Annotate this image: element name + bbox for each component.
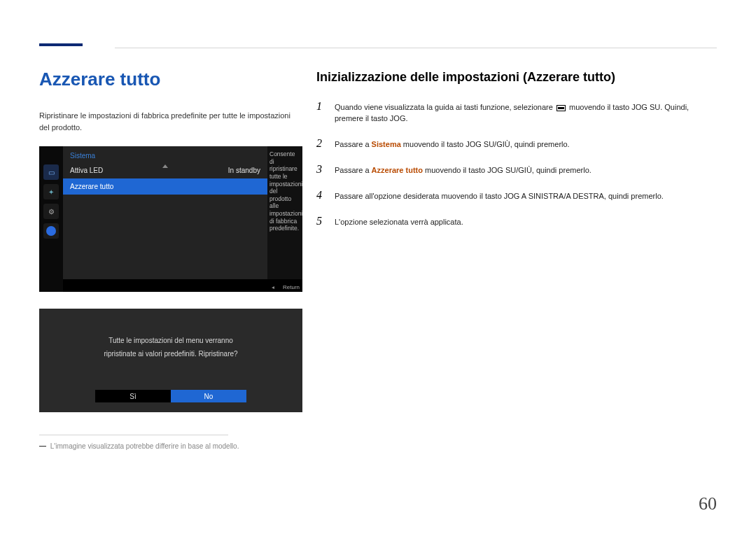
step-number: 5 (316, 215, 325, 227)
left-column: Azzerare tutto Ripristinare le impostazi… (39, 69, 302, 450)
osd-hint-panel: Consente di ripristinare tutte le impost… (267, 146, 302, 279)
step-text: Passare all'opzione desiderata muovendo … (335, 191, 664, 202)
footnote-rule (39, 435, 228, 435)
page-number: 60 (699, 493, 717, 514)
osd-row-value: In standby (228, 167, 260, 174)
dialog-yes-button: Sì (95, 390, 171, 402)
step-text: Passare a Sistema muovendo il tasto JOG … (335, 139, 570, 150)
osd-row-azzerare-tutto: Azzerare tutto (63, 178, 267, 195)
header-accent-bar (39, 43, 83, 46)
footnote: ― L'immagine visualizzata potrebbe diffe… (39, 442, 302, 450)
section-title: Inizializzazione delle impostazioni (Azz… (316, 70, 717, 85)
dialog-message: Tutte le impostazioni del menu verranno … (39, 334, 302, 360)
step-text: Passare a Azzerare tutto muovendo il tas… (335, 165, 592, 176)
intro-text: Ripristinare le impostazioni di fabbrica… (39, 110, 302, 134)
dialog-buttons: Sì No (39, 390, 302, 402)
step-pre: Quando viene visualizzata la guida ai ta… (335, 103, 555, 111)
header-rule (115, 48, 717, 48)
step-em: Azzerare tutto (372, 166, 423, 174)
step-number: 4 (316, 189, 325, 202)
step-text: L'opzione selezionata verrà applicata. (335, 217, 463, 228)
step-post: muovendo il tasto JOG SU/GIÙ, quindi pre… (401, 140, 570, 148)
step-5: 5 L'opzione selezionata verrà applicata. (316, 215, 717, 228)
osd-return-label: Return (272, 284, 300, 290)
osd-row-label: Azzerare tutto (70, 183, 113, 190)
picture-icon: ✦ (43, 184, 59, 199)
step-number: 1 (316, 100, 325, 113)
footnote-text: L'immagine visualizzata potrebbe differi… (50, 442, 239, 450)
confirm-dialog-illustration: Tutte le impostazioni del menu verranno … (39, 309, 302, 412)
right-column: Inizializzazione delle impostazioni (Azz… (316, 70, 717, 241)
osd-row-label: Attiva LED (70, 167, 103, 174)
step-2: 2 Passare a Sistema muovendo il tasto JO… (316, 137, 717, 150)
dialog-line1: Tutte le impostazioni del menu verranno (108, 337, 233, 344)
step-pre: Passare a (335, 166, 372, 174)
info-icon (43, 223, 59, 239)
step-number: 3 (316, 163, 325, 176)
menu-icon (556, 105, 566, 111)
step-4: 4 Passare all'opzione desiderata muovend… (316, 189, 717, 202)
dialog-line2: ripristinate ai valori predefiniti. Ripr… (104, 350, 237, 358)
gear-icon: ⚙ (43, 204, 59, 219)
dialog-no-button: No (171, 390, 246, 402)
dash-icon: ― (39, 442, 46, 450)
step-post: muovendo il tasto JOG SU/GIÙ, quindi pre… (423, 166, 592, 174)
osd-body: Sistema Attiva LED In standby Azzerare t… (63, 146, 267, 279)
monitor-icon: ▭ (43, 164, 59, 180)
step-text: Quando viene visualizzata la guida ai ta… (335, 102, 717, 125)
chevron-up-icon (162, 164, 168, 168)
step-em: Sistema (372, 140, 401, 148)
osd-sidebar: ▭ ✦ ⚙ (39, 146, 63, 292)
step-1: 1 Quando viene visualizzata la guida ai … (316, 100, 717, 125)
osd-menu-illustration: ▭ ✦ ⚙ Sistema Attiva LED In standby Azze… (39, 146, 302, 292)
step-number: 2 (316, 137, 325, 150)
step-3: 3 Passare a Azzerare tutto muovendo il t… (316, 163, 717, 176)
osd-category: Sistema (63, 146, 267, 162)
page-title: Azzerare tutto (39, 69, 302, 90)
step-pre: Passare a (335, 140, 372, 148)
